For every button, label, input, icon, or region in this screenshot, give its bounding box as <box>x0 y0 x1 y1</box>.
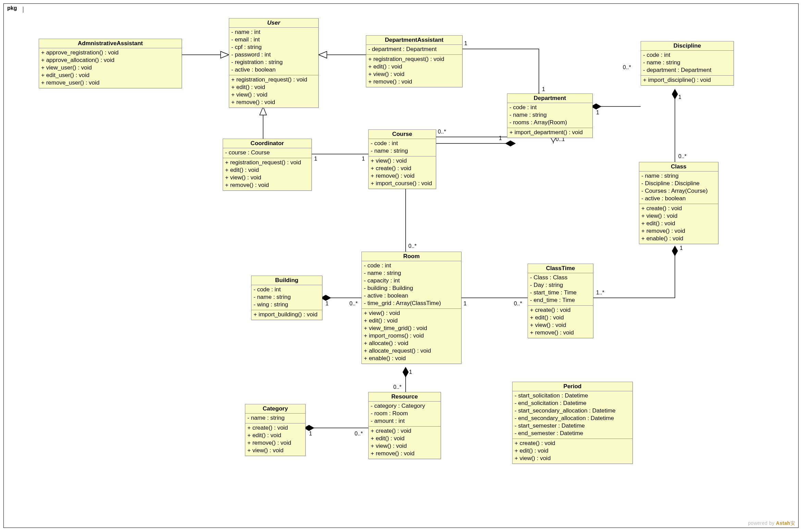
uml-member: - Discipline : Discipline <box>641 180 716 187</box>
uml-canvas: pkg <box>0 0 802 532</box>
uml-member: + import_building() : void <box>254 311 320 318</box>
uml-member: + remove() : void <box>368 78 460 86</box>
attrs: - name : string- Discipline : Discipline… <box>639 172 718 204</box>
uml-member: - end_time : Time <box>530 296 591 304</box>
mult: 1 <box>499 135 502 141</box>
attrs: - name : string <box>245 414 305 423</box>
uml-member: - name : string <box>364 269 459 277</box>
uml-member: + approve_registration() : void <box>41 49 180 56</box>
uml-member: - capacity : int <box>364 277 459 284</box>
mult: 1 <box>309 431 312 437</box>
mult: 0..* <box>355 431 363 437</box>
uml-member: - time_grid : Array(ClassTime) <box>364 300 459 307</box>
ops: + import_department() : void <box>507 128 592 138</box>
uml-member: - wing : string <box>254 301 320 308</box>
class-period: Period - start_solicitation : Datetime- … <box>512 382 633 464</box>
uml-member: - end_secondary_allocation : Datetime <box>515 415 630 422</box>
uml-member: + view() : void <box>364 309 459 317</box>
ops: + create() : void+ edit() : void+ view()… <box>513 439 632 464</box>
class-user: User - name : int- email : int- cpf : st… <box>229 18 319 108</box>
uml-member: - end_solicitation : Datetime <box>515 400 630 407</box>
uml-member: - Day : string <box>530 281 591 289</box>
uml-member: + view() : void <box>371 157 434 165</box>
class-department: Department - code : int- name : string- … <box>507 93 593 138</box>
ops: + import_building() : void <box>251 310 322 320</box>
uml-member: - amount : int <box>371 417 439 425</box>
uml-member: + remove() : void <box>371 450 439 457</box>
uml-member: - rooms : Array(Room) <box>509 119 590 126</box>
uml-member: + import_course() : void <box>371 180 434 187</box>
uml-member: + import_discipline() : void <box>643 76 731 84</box>
uml-member: + edit() : void <box>368 63 460 71</box>
attrs: - code : int- name : string <box>369 139 436 156</box>
attrs: - code : int- name : string- department … <box>641 51 733 76</box>
class-resource: Resource - category : Category- room : R… <box>368 392 441 459</box>
class-name: Resource <box>369 392 441 402</box>
uml-member: - building : Building <box>364 284 459 292</box>
attrs: - department : Department <box>366 45 462 55</box>
uml-member: - end_semester : Datetime <box>515 430 630 437</box>
ops: + create() : void+ edit() : void+ view()… <box>369 427 441 459</box>
mult: 1 <box>362 156 365 162</box>
attrs: - course : Course <box>223 148 311 158</box>
mult: 1 <box>542 86 545 92</box>
uml-member: + create() : void <box>371 165 434 172</box>
uml-member: - name : string <box>509 111 590 119</box>
uml-member: - name : string <box>247 414 303 422</box>
uml-member: - code : int <box>643 51 731 59</box>
uml-member: - name : string <box>641 172 716 180</box>
uml-member: - start_semester : Datetime <box>515 422 630 430</box>
class-name: Course <box>369 130 436 139</box>
uml-member: + edit() : void <box>364 317 459 325</box>
mult: 1 <box>409 369 412 375</box>
mult: 0..* <box>408 243 417 249</box>
mult: 1 <box>678 94 681 100</box>
uml-member: - cpf : string <box>231 43 316 51</box>
class-discipline: Discipline - code : int- name : string- … <box>641 41 734 86</box>
uml-member: - start_secondary_allocation : Datetime <box>515 407 630 415</box>
uml-member: + view_user() : void <box>41 64 180 72</box>
class-name: User <box>229 18 318 28</box>
class-name: DepartmentAssistant <box>366 36 462 45</box>
uml-member: + view() : void <box>641 212 716 220</box>
uml-member: + edit() : void <box>641 220 716 227</box>
uml-member: - code : int <box>254 286 320 293</box>
mult: 0..* <box>438 129 446 135</box>
uml-member: + enable() : void <box>364 355 459 362</box>
attrs: - category : Category- room : Room- amou… <box>369 402 441 427</box>
ops: + create() : void+ view() : void+ edit()… <box>639 204 718 244</box>
uml-member: + remove_user() : void <box>41 79 180 87</box>
class-name: Discipline <box>641 41 733 51</box>
mult: 0..* <box>623 64 631 71</box>
uml-member: + create() : void <box>247 424 303 432</box>
uml-member: + remove() : void <box>530 329 591 337</box>
uml-member: + view() : void <box>225 174 309 181</box>
uml-member: - department : Department <box>368 46 460 53</box>
uml-member: - department : Department <box>643 66 731 74</box>
uml-member: - code : int <box>364 262 459 269</box>
uml-member: + remove() : void <box>247 439 303 447</box>
uml-member: + view() : void <box>530 321 591 329</box>
ops: + create() : void+ edit() : void+ remove… <box>245 423 305 456</box>
uml-member: + remove() : void <box>231 99 316 106</box>
class-name: Class <box>639 162 718 172</box>
mult: 1 <box>325 301 329 307</box>
uml-member: - password : int <box>231 51 316 59</box>
uml-member: + allocate_request() : void <box>364 347 459 355</box>
attrs: - start_solicitation : Datetime- end_sol… <box>513 391 632 439</box>
ops: + approve_registration() : void+ approve… <box>39 48 182 88</box>
footer-mark: 安 <box>790 520 795 526</box>
mult: 1 <box>464 40 467 47</box>
attrs: - code : int- name : string- rooms : Arr… <box>507 103 592 128</box>
ops: + import_discipline() : void <box>641 76 733 85</box>
mult: 0..* <box>349 301 358 307</box>
uml-member: + enable() : void <box>641 235 716 242</box>
uml-member: + import_department() : void <box>509 129 590 136</box>
attrs: - code : int- name : string- capacity : … <box>362 261 461 309</box>
uml-member: - name : int <box>231 28 316 36</box>
mult: 0..* <box>514 301 522 307</box>
uml-member: + view() : void <box>368 71 460 78</box>
uml-member: + view() : void <box>515 455 630 462</box>
uml-member: + registration_request() : void <box>231 76 316 84</box>
class-name: Period <box>513 382 632 391</box>
